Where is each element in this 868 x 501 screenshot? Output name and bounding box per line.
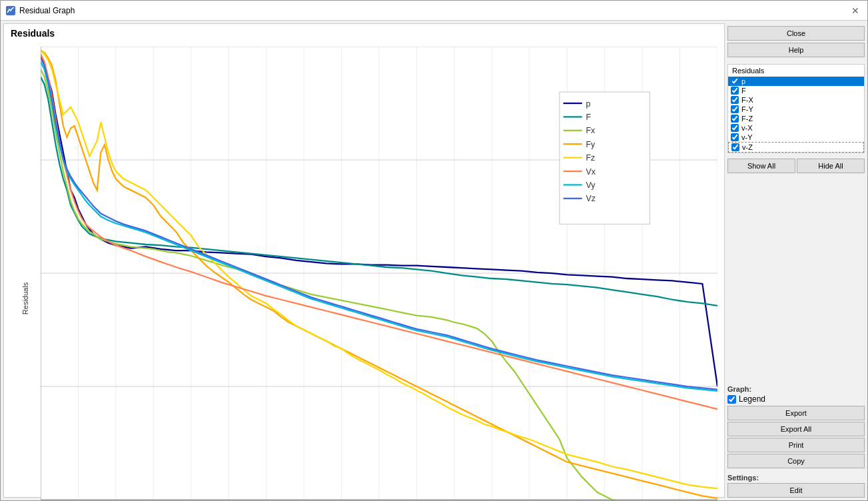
residual-label-vy: v-Y — [741, 133, 753, 141]
app-icon — [6, 6, 15, 15]
svg-text:Fy: Fy — [586, 140, 596, 149]
svg-text:Vy: Vy — [586, 181, 596, 190]
help-button[interactable]: Help — [727, 43, 865, 57]
right-panel: Close Help Residuals p F F-X — [727, 21, 867, 500]
chart-area: Residuals Residuals — [3, 23, 725, 498]
residual-item-p[interactable]: p — [728, 77, 864, 86]
window-title: Residual Graph — [19, 6, 75, 15]
residual-label-fz: F-Z — [741, 115, 753, 123]
export-button[interactable]: Export — [727, 406, 865, 420]
residual-label-vz: v-Z — [742, 143, 753, 151]
legend-label: Legend — [739, 394, 765, 404]
hide-all-button[interactable]: Hide All — [797, 159, 865, 173]
residuals-list-title: Residuals — [728, 65, 864, 77]
residual-item-vz[interactable]: v-Z — [728, 142, 864, 153]
legend-row: Legend — [727, 394, 865, 404]
chart-title: Residuals — [4, 24, 724, 40]
graph-section: Graph: Legend Export Export All Print Co… — [727, 385, 865, 470]
svg-text:F: F — [586, 113, 591, 122]
svg-text:p: p — [586, 99, 590, 109]
copy-button[interactable]: Copy — [727, 454, 865, 468]
legend-checkbox[interactable] — [727, 395, 736, 404]
show-all-button[interactable]: Show All — [727, 159, 795, 173]
export-all-button[interactable]: Export All — [727, 422, 865, 436]
svg-text:Vx: Vx — [586, 167, 596, 177]
svg-text:Vz: Vz — [586, 194, 595, 203]
top-buttons: Close Help — [727, 23, 865, 57]
residual-label-f: F — [741, 87, 746, 95]
title-bar-left: Residual Graph — [6, 6, 75, 15]
edit-button[interactable]: Edit — [727, 483, 865, 498]
print-button[interactable]: Print — [727, 438, 865, 452]
show-hide-row: Show All Hide All — [727, 159, 865, 173]
residual-checkbox-fy[interactable] — [731, 105, 739, 113]
residual-checkbox-vx[interactable] — [731, 124, 739, 132]
residual-label-p: p — [741, 77, 745, 85]
residual-label-fy: F-Y — [741, 105, 753, 113]
residuals-list: Residuals p F F-X F-Y — [727, 64, 865, 153]
residual-item-fz[interactable]: F-Z — [728, 114, 864, 123]
settings-section: Settings: Edit — [727, 474, 865, 498]
residual-item-fx[interactable]: F-X — [728, 95, 864, 105]
main-window: Residual Graph ✕ Residuals Residuals — [0, 0, 868, 501]
chart-svg: 1 0.1 0.01 0.001 0.0001 0 20 40 60 80 10… — [41, 47, 717, 500]
close-button[interactable]: Close — [727, 26, 865, 41]
chart-container: Residuals — [4, 40, 724, 500]
window-close-button[interactable]: ✕ — [849, 4, 862, 17]
residual-checkbox-p[interactable] — [731, 77, 739, 85]
main-content: Residuals Residuals — [1, 21, 867, 500]
settings-label: Settings: — [727, 474, 865, 482]
residual-checkbox-fx[interactable] — [731, 96, 739, 104]
title-bar: Residual Graph ✕ — [1, 1, 867, 21]
graph-label: Graph: — [727, 385, 865, 393]
y-axis-label: Residuals — [21, 282, 29, 314]
residual-checkbox-vz[interactable] — [731, 143, 739, 151]
residual-item-vx[interactable]: v-X — [728, 123, 864, 133]
residual-checkbox-vy[interactable] — [731, 133, 739, 141]
residual-checkbox-f[interactable] — [731, 87, 739, 95]
residual-checkbox-fz[interactable] — [731, 115, 739, 123]
residual-item-vy[interactable]: v-Y — [728, 133, 864, 142]
residual-item-fy[interactable]: F-Y — [728, 105, 864, 114]
svg-text:Fx: Fx — [586, 126, 596, 135]
residual-label-fx: F-X — [741, 96, 753, 104]
residual-label-vx: v-X — [741, 124, 753, 132]
residual-item-f[interactable]: F — [728, 86, 864, 95]
svg-text:Fz: Fz — [586, 153, 595, 163]
